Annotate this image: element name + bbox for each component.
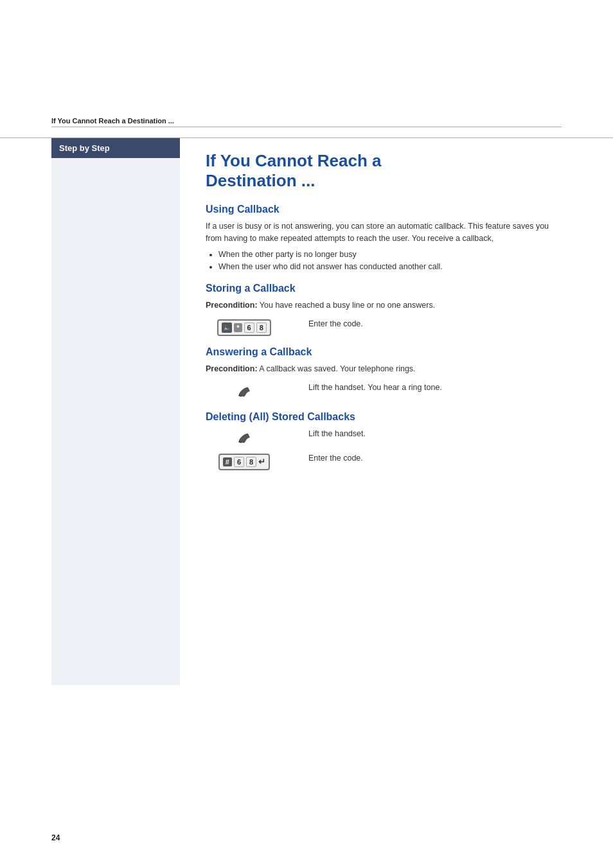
bullet-1: When the other party is no longer busy xyxy=(218,249,562,261)
step-store-code-text: Enter the code. xyxy=(308,318,562,330)
step-delete-lift: Lift the handset. xyxy=(206,428,562,447)
key-8: 8 xyxy=(256,323,267,333)
breadcrumb: If You Cannot Reach a Destination ... xyxy=(51,117,174,125)
step-answer-lift: Lift the handset. You hear a ring tone. xyxy=(206,382,562,401)
storing-precondition: Precondition: You have reached a busy li… xyxy=(206,299,562,312)
breadcrumb-area: If You Cannot Reach a Destination ... xyxy=(0,0,613,138)
handset-icon-1 xyxy=(235,383,253,401)
bullet-2: When the user who did not answer has con… xyxy=(218,261,562,273)
key-6: 6 xyxy=(244,323,254,333)
section-using-callback-heading: Using Callback xyxy=(206,204,562,215)
page-number: 24 xyxy=(51,833,60,842)
sidebar: Step by Step xyxy=(51,138,180,685)
section-answering-heading: Answering a Callback xyxy=(206,346,562,358)
keypad-star68-badge: 🔈 * 6 8 xyxy=(217,319,271,336)
page-title-line1: If You Cannot Reach a xyxy=(206,151,382,170)
step-icon-handset-1 xyxy=(180,382,308,401)
step-icon-star68: 🔈 * 6 8 xyxy=(180,318,308,336)
key-hash: # xyxy=(223,457,232,466)
page-title-line2: Destination ... xyxy=(206,171,315,190)
step-icon-hash68: # 6 8 ↵ xyxy=(180,452,308,470)
end-arrow: ↵ xyxy=(258,457,265,466)
sidebar-header: Step by Step xyxy=(51,138,180,158)
using-callback-text: If a user is busy or is not answering, y… xyxy=(206,220,562,245)
step-delete-code: # 6 8 ↵ Enter the code. xyxy=(206,452,562,470)
page-title: If You Cannot Reach a Destination ... xyxy=(206,151,562,191)
keypad-hash68-badge: # 6 8 ↵ xyxy=(218,454,270,470)
step-icon-handset-2 xyxy=(180,428,308,447)
key-star: * xyxy=(234,323,242,332)
content-area: Step by Step If You Cannot Reach a Desti… xyxy=(0,138,613,685)
section-storing-heading: Storing a Callback xyxy=(206,283,562,294)
answering-precondition: Precondition: A callback was saved. Your… xyxy=(206,363,562,375)
sidebar-body xyxy=(51,158,180,685)
key-6b: 6 xyxy=(234,457,244,467)
speaker-icon: 🔈 xyxy=(222,323,232,333)
main-content: If You Cannot Reach a Destination ... Us… xyxy=(180,138,562,685)
page-wrapper: If You Cannot Reach a Destination ... St… xyxy=(0,0,613,868)
sidebar-header-label: Step by Step xyxy=(59,143,110,153)
key-8b: 8 xyxy=(246,457,256,467)
step-delete-code-text: Enter the code. xyxy=(308,452,562,465)
using-callback-bullets: When the other party is no longer busy W… xyxy=(218,249,562,273)
handset-icon-2 xyxy=(235,429,253,447)
step-store-code: 🔈 * 6 8 Enter the code. xyxy=(206,318,562,336)
section-deleting-heading: Deleting (All) Stored Callbacks xyxy=(206,411,562,423)
step-delete-lift-text: Lift the handset. xyxy=(308,428,562,440)
step-answer-lift-text: Lift the handset. You hear a ring tone. xyxy=(308,382,562,394)
